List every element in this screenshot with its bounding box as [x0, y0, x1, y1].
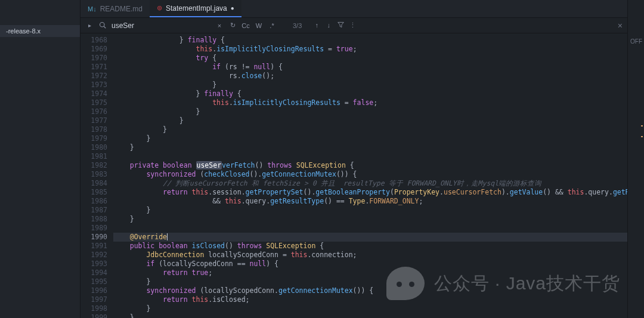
history-icon[interactable]: ↻: [228, 21, 237, 29]
code-line[interactable]: synchronized (checkClosed().getConnectio…: [113, 170, 627, 179]
code-line[interactable]: JdbcConnection locallyScopedConn = this.…: [113, 251, 627, 260]
search-input[interactable]: [112, 21, 201, 30]
code-line[interactable]: }: [113, 116, 627, 125]
whole-word-toggle[interactable]: W: [255, 22, 263, 29]
code-line[interactable]: }: [113, 313, 627, 318]
line-number: 1992: [80, 251, 107, 260]
line-number: 1981: [80, 152, 107, 161]
line-number: 1978: [80, 125, 107, 134]
code-line[interactable]: this.isImplicitlyClosingResults = false;: [113, 98, 627, 107]
more-options-icon[interactable]: ⋮: [348, 21, 357, 29]
line-number: 1968: [80, 36, 107, 45]
line-number: 1989: [80, 224, 107, 233]
code-line[interactable]: }: [113, 134, 627, 143]
next-match-icon[interactable]: ↓: [324, 21, 333, 29]
line-number: 1972: [80, 72, 107, 81]
prev-match-icon[interactable]: ↑: [312, 21, 321, 29]
java-icon: ⊚: [157, 4, 162, 12]
code-line[interactable]: public boolean isClosed() throws SQLExce…: [113, 242, 627, 251]
tab-readme-md[interactable]: M↓README.md: [80, 0, 150, 17]
line-number: 1969: [80, 45, 107, 54]
line-number: 1996: [80, 286, 107, 295]
line-number: 1983: [80, 170, 107, 179]
line-number: 1986: [80, 197, 107, 206]
code-line[interactable]: }: [113, 143, 627, 152]
code-line[interactable]: [113, 224, 627, 233]
svg-point-0: [100, 22, 105, 27]
code-line[interactable]: return this.session.getPropertySet().get…: [113, 188, 627, 197]
code-line[interactable]: return this.isClosed;: [113, 295, 627, 304]
code-line[interactable]: this.isImplicitlyClosingResults = true;: [113, 45, 627, 54]
code-line[interactable]: }: [113, 304, 627, 313]
line-number: 1977: [80, 116, 107, 125]
line-number: 1982: [80, 161, 107, 170]
line-number: 1995: [80, 277, 107, 286]
line-number: 1976: [80, 107, 107, 116]
line-number: 1997: [80, 295, 107, 304]
line-number: 1973: [80, 81, 107, 89]
code-line[interactable]: @Override: [113, 233, 627, 242]
code-line[interactable]: }: [113, 277, 627, 286]
find-bar: ▸ × ↻ Cc W .* 3/3 ↑ ↓ ⋮ ×: [80, 18, 627, 33]
code-line[interactable]: synchronized (locallyScopedConn.getConne…: [113, 286, 627, 295]
line-number: 1987: [80, 206, 107, 215]
code-line[interactable]: }: [113, 125, 627, 134]
code-line[interactable]: } finally {: [113, 36, 627, 45]
line-number: 1999: [80, 313, 107, 318]
marker-icon[interactable]: [641, 136, 643, 137]
line-number: 1970: [80, 54, 107, 63]
markdown-icon: M↓: [88, 5, 97, 13]
line-number: 1988: [80, 215, 107, 224]
code-line[interactable]: try {: [113, 54, 627, 63]
code-line[interactable]: return true;: [113, 268, 627, 277]
line-number: 1979: [80, 134, 107, 143]
tab-label: README.md: [100, 5, 143, 13]
code-line[interactable]: } finally {: [113, 89, 627, 98]
line-number: 1990: [80, 233, 107, 242]
svg-line-1: [104, 26, 106, 28]
tab-statementimpl-java[interactable]: ⊚StatementImpl.java●: [150, 0, 242, 17]
line-number: 1971: [80, 63, 107, 72]
code-line[interactable]: private boolean useServerFetch() throws …: [113, 161, 627, 170]
dirty-icon: ●: [231, 5, 234, 11]
search-icon: [98, 21, 107, 30]
line-number: 1994: [80, 268, 107, 277]
code-line[interactable]: }: [113, 206, 627, 215]
code-line[interactable]: }: [113, 81, 627, 89]
project-sidebar[interactable]: -release-8.x: [0, 0, 80, 318]
line-number: 1975: [80, 98, 107, 107]
line-number: 1980: [80, 143, 107, 152]
match-case-toggle[interactable]: Cc: [242, 22, 250, 29]
code-line[interactable]: && this.query.getResultType() == Type.FO…: [113, 197, 627, 206]
tab-label: StatementImpl.java: [166, 4, 227, 13]
line-gutter: 1968196919701971197219731974197519761977…: [80, 33, 113, 318]
code-line[interactable]: [113, 152, 627, 161]
branch-item[interactable]: -release-8.x: [0, 25, 80, 37]
code-line[interactable]: // 判断useCursorFetch 和 fetchSize > 0 并且 r…: [113, 179, 627, 188]
code-line[interactable]: if (locallyScopedConn == null) {: [113, 260, 627, 268]
code-area[interactable]: } finally { this.isImplicitlyClosingResu…: [113, 33, 627, 318]
line-number: 1984: [80, 179, 107, 188]
close-find-icon[interactable]: ×: [618, 21, 623, 30]
line-number: 1985: [80, 188, 107, 197]
inspection-badge[interactable]: OFF: [630, 38, 642, 45]
line-number: 1998: [80, 304, 107, 313]
regex-toggle[interactable]: .*: [268, 22, 276, 29]
code-line[interactable]: rs.close();: [113, 72, 627, 81]
code-line[interactable]: }: [113, 107, 627, 116]
editor-main: M↓README.md⊚StatementImpl.java● ▸ × ↻ Cc…: [80, 0, 627, 318]
editor-tabs: M↓README.md⊚StatementImpl.java●: [80, 0, 627, 18]
code-line[interactable]: }: [113, 215, 627, 224]
right-gutter[interactable]: OFF: [627, 0, 644, 318]
line-number: 1991: [80, 242, 107, 251]
marker-icon[interactable]: [641, 125, 643, 126]
expand-search-icon[interactable]: ▸: [85, 22, 94, 29]
filter-icon[interactable]: [336, 21, 345, 29]
code-editor[interactable]: 1968196919701971197219731974197519761977…: [80, 33, 627, 318]
match-count: 3/3: [293, 22, 302, 29]
code-line[interactable]: if (rs != null) {: [113, 63, 627, 72]
clear-search-icon[interactable]: ×: [215, 22, 224, 29]
line-number: 1974: [80, 89, 107, 98]
line-number: 1993: [80, 260, 107, 268]
